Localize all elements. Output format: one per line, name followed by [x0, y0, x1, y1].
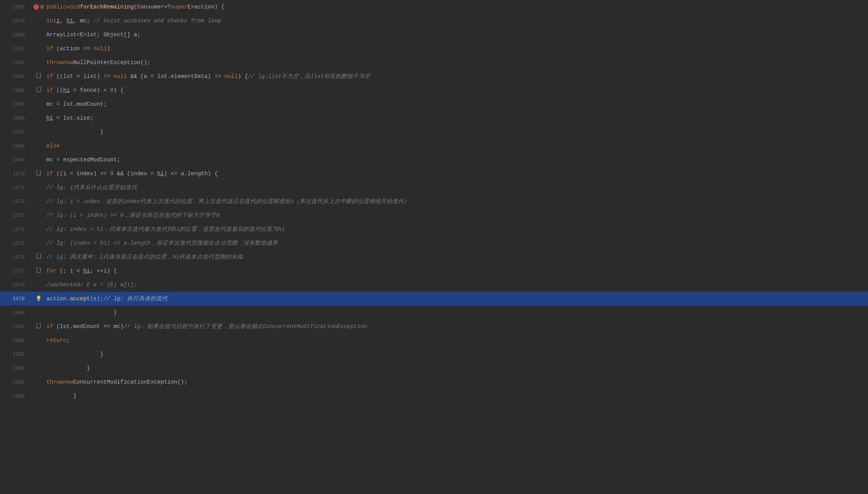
- gutter: [31, 278, 46, 292]
- bookmark-icon[interactable]: [36, 267, 41, 274]
- code-line: 1370 if ((i = index) >= 0 && (index = hi…: [0, 167, 868, 181]
- svg-rect-2: [37, 170, 41, 175]
- svg-rect-8: [37, 323, 41, 328]
- code-line: 1385 throw new ConcurrentModificationExc…: [0, 375, 868, 389]
- code-line: 1363 if ((lst = list) != null && (a = ls…: [0, 69, 868, 83]
- line-number: 1370: [0, 167, 31, 181]
- line-number: 1358: [0, 0, 31, 14]
- code-line: 1358@public void forEachRemaining(Consum…: [0, 0, 868, 14]
- code-content: public void forEachRemaining(Consumer<? …: [46, 0, 868, 14]
- gutter: [31, 14, 46, 28]
- line-number: 1366: [0, 111, 31, 125]
- code-content: }: [46, 306, 868, 320]
- code-area: 1358@public void forEachRemaining(Consum…: [0, 0, 868, 494]
- line-number: 1377: [0, 264, 31, 278]
- code-content: }: [46, 125, 868, 139]
- line-number: 1381: [0, 320, 31, 333]
- code-editor: 1358@public void forEachRemaining(Consum…: [0, 0, 868, 494]
- line-number: 1386: [0, 389, 31, 403]
- code-content: hi = lst.size;: [46, 111, 868, 125]
- gutter: [31, 97, 46, 111]
- line-number: 1360: [0, 28, 31, 42]
- line-number: 1367: [0, 125, 31, 139]
- gutter: [31, 375, 46, 389]
- code-content: if (lst.modCount == mc)// lg: 如果在迭代过程中执行…: [46, 320, 868, 333]
- code-content: int i, hi, mc; // hoist accesses and che…: [46, 14, 868, 28]
- gutter: [31, 195, 46, 208]
- code-content: // lg: (i = index) >= 0，保证当前正在迭代的下标大于等于0: [46, 208, 868, 222]
- gutter: [31, 389, 46, 403]
- line-number: 1361: [0, 42, 31, 56]
- code-content: return;: [46, 333, 868, 347]
- gutter: [31, 139, 46, 153]
- annotation-marker: @: [41, 4, 44, 10]
- line-number: 1379: [0, 292, 31, 306]
- code-line: 1361 if (action == null): [0, 42, 868, 56]
- line-number: 1364: [0, 83, 31, 97]
- code-line: 1373 // lg: (i = index) >= 0，保证当前正在迭代的下标…: [0, 208, 868, 222]
- code-line: 1369 mc = expectedModCount;: [0, 153, 868, 167]
- gutter: [31, 292, 46, 306]
- code-line: 1377 for (; i < hi; ++i) {: [0, 264, 868, 278]
- line-number: 1362: [0, 56, 31, 69]
- code-content: // lg: 再次重申: i代表当前正在迭代的位置，hi代表本次迭代范围的末端: [46, 250, 868, 264]
- gutter: [31, 69, 46, 83]
- code-line: 1376 // lg: 再次重申: i代表当前正在迭代的位置，hi代表本次迭代范…: [0, 250, 868, 264]
- line-number: 1382: [0, 333, 31, 347]
- gutter: [31, 111, 46, 125]
- line-number: 1368: [0, 139, 31, 153]
- gutter: [31, 333, 46, 347]
- code-line: 1362 throw new NullPointerException();: [0, 56, 868, 69]
- code-line: 1364 if ((hi = fence) < 0) {: [0, 83, 868, 97]
- code-line: 1360 ArrayList<E> lst; Object[] a;: [0, 28, 868, 42]
- code-content: // lg: i代表从什么位置开始迭代: [46, 181, 868, 195]
- code-line: 1367 }: [0, 125, 868, 139]
- gutter: [31, 181, 46, 195]
- code-line: 1372 // lg: i = index，这里的index代表上次迭代的位置，…: [0, 195, 868, 208]
- svg-rect-3: [37, 254, 41, 259]
- svg-rect-5: [37, 300, 39, 300]
- bookmark-icon[interactable]: [36, 254, 41, 261]
- svg-rect-6: [38, 300, 40, 301]
- line-number: 1373: [0, 208, 31, 222]
- code-content: if (action == null): [46, 42, 868, 56]
- code-line: 1383 }: [0, 347, 868, 361]
- code-line: 1375 // lg: (index = hi) <= a.length，保证本…: [0, 236, 868, 250]
- bookmark-icon[interactable]: [36, 323, 41, 330]
- gutter: [31, 125, 46, 139]
- code-line: 1368 else: [0, 139, 868, 153]
- code-content: for (; i < hi; ++i) {: [46, 264, 868, 278]
- line-number: 1383: [0, 347, 31, 361]
- line-number: 1385: [0, 375, 31, 389]
- svg-rect-4: [37, 267, 41, 272]
- line-number: 1371: [0, 181, 31, 195]
- code-line: 1379 action.accept(e);// lg: 执行具体的迭代: [0, 292, 868, 306]
- gutter: [31, 320, 46, 333]
- code-line: 1365 mc = lst.modCount;: [0, 97, 868, 111]
- line-number: 1363: [0, 69, 31, 83]
- bookmark-icon[interactable]: [36, 87, 41, 94]
- bookmark-icon[interactable]: [36, 170, 41, 177]
- code-line: 1381 if (lst.modCount == mc)// lg: 如果在迭代…: [0, 320, 868, 333]
- line-number: 1378: [0, 278, 31, 292]
- code-content: // lg: i = index，这里的index代表上次迭代的位置，将上次迭代…: [46, 195, 868, 208]
- gutter: [31, 42, 46, 56]
- code-content: if ((lst = list) != null && (a = lst.ele…: [46, 69, 868, 83]
- gutter: [31, 361, 46, 375]
- line-number: 1359: [0, 14, 31, 28]
- line-number: 1375: [0, 236, 31, 250]
- code-content: // lg: (index = hi) <= a.length，保证本次迭代范围…: [46, 236, 868, 250]
- gutter: [31, 236, 46, 250]
- gutter: [31, 222, 46, 236]
- code-content: }: [46, 361, 868, 375]
- code-line: 1359 int i, hi, mc; // hoist accesses an…: [0, 14, 868, 28]
- code-line: 1380 }: [0, 306, 868, 320]
- line-number: 1365: [0, 97, 31, 111]
- breakpoint-icon[interactable]: [34, 4, 39, 10]
- gutter: [31, 153, 46, 167]
- code-line: 1384 }: [0, 361, 868, 375]
- lightbulb-icon[interactable]: [36, 295, 42, 302]
- code-content: mc = lst.modCount;: [46, 97, 868, 111]
- line-number: 1372: [0, 195, 31, 208]
- bookmark-icon[interactable]: [36, 73, 41, 80]
